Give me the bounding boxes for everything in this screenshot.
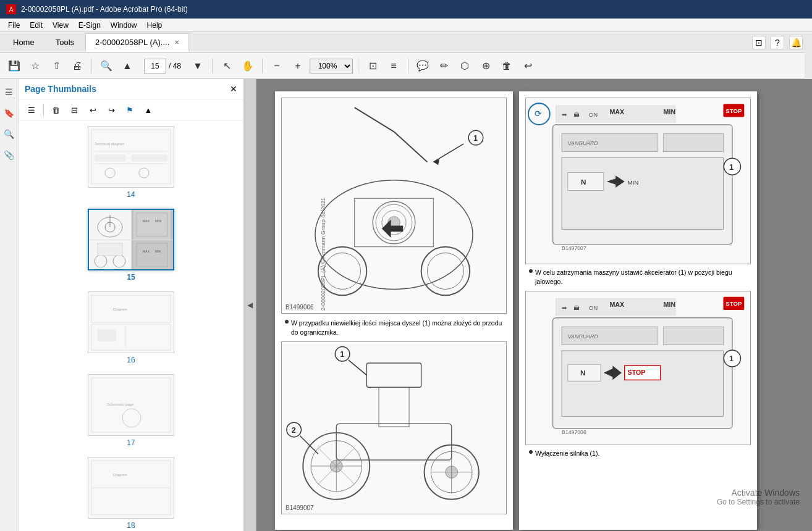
thumbnail-page-14[interactable]: Technical diagram 14 (23, 126, 239, 199)
svg-rect-114 (664, 327, 724, 345)
pdf-page-right: ⟳ ➡ 🏔 ON STOP MAX MIN (519, 91, 757, 530)
sep3 (262, 59, 263, 73)
svg-rect-94 (562, 157, 723, 229)
svg-text:STOP: STOP (725, 107, 742, 114)
pen-btn[interactable]: ✏ (434, 57, 453, 75)
zoom-in-btn[interactable]: + (289, 57, 307, 75)
thumb-cell-bl (89, 240, 131, 270)
svg-rect-5 (95, 154, 125, 162)
sidebar-mountain-btn[interactable]: ▲ (140, 102, 156, 118)
monitor-icon[interactable]: ⊡ (752, 36, 766, 49)
share-button[interactable]: ⇧ (47, 57, 66, 75)
bell-icon[interactable]: 🔔 (789, 36, 803, 49)
svg-text:➡: ➡ (562, 111, 567, 118)
sidebar-delete-btn[interactable]: 🗑 (48, 102, 64, 118)
text-content-r2: Wyłączenie silnika (1). (535, 449, 599, 458)
bookmark-panel-icon[interactable]: 🔖 (2, 106, 16, 120)
svg-text:1: 1 (729, 163, 734, 172)
svg-rect-115 (562, 351, 723, 416)
thumb-cell-tl (89, 210, 131, 240)
hand-tool[interactable]: ✋ (239, 57, 257, 75)
svg-text:STOP: STOP (725, 301, 742, 307)
print-button[interactable]: 🖨 (68, 57, 87, 75)
scroll-btn[interactable]: ≡ (384, 57, 403, 75)
svg-text:MIN: MIN (155, 249, 161, 253)
save-button[interactable]: 💾 (5, 57, 23, 75)
text-block-right-1: W celu zatrzymania maszyny ustawić akcel… (529, 268, 747, 286)
window-title: 2-00002058PL (A).pdf - Adobe Acrobat Pro… (21, 5, 188, 14)
thumbnail-img-15: MAX MIN (88, 209, 174, 270)
zoom-out-button[interactable]: 🔍 (97, 57, 116, 75)
cursor-tool[interactable]: ↖ (218, 57, 236, 75)
prev-page-button[interactable]: ▲ (118, 57, 137, 75)
top-diagram-box: 1 B1499006 (281, 98, 507, 314)
bullet-dot-1 (285, 320, 289, 324)
thumb-label-14: 14 (127, 190, 135, 199)
search-panel-icon[interactable]: 🔍 (2, 127, 16, 141)
sidebar-shrink-btn[interactable]: ⊟ (66, 102, 82, 118)
paperclip-icon[interactable]: 📎 (2, 148, 16, 162)
text-content-r1: W celu zatrzymania maszyny ustawić akcel… (535, 268, 747, 286)
sidebar-undo-btn[interactable]: ↩ (85, 102, 101, 118)
svg-text:VANGUARD: VANGUARD (568, 333, 598, 340)
menu-help[interactable]: Help (142, 20, 167, 31)
svg-rect-93 (664, 134, 724, 152)
svg-text:B1497007: B1497007 (562, 245, 586, 251)
svg-rect-13 (133, 210, 171, 240)
zoom-select[interactable]: 100% 75% 125% 150% 200% (310, 59, 353, 73)
sidebar-close-icon[interactable]: ✕ (230, 84, 237, 94)
highlight-btn[interactable]: ⬡ (455, 57, 474, 75)
svg-text:Technical diagram: Technical diagram (95, 142, 124, 146)
sidebar-toolbar: ☰ 🗑 ⊟ ↩ ↪ ⚑ ▲ (19, 99, 243, 121)
svg-text:ON: ON (589, 304, 598, 311)
page-nav: / 48 (144, 59, 181, 73)
title-bar: A 2-00002058PL (A).pdf - Adobe Acrobat P… (0, 0, 812, 19)
svg-text:⟳: ⟳ (535, 109, 542, 119)
sidebar-flag-btn[interactable]: ⚑ (122, 102, 138, 118)
page-number-input[interactable] (144, 59, 166, 73)
panel-collapse-arrow[interactable]: ◀ (244, 79, 256, 531)
svg-text:🏔: 🏔 (573, 111, 580, 118)
bullet-dot-r2 (529, 450, 533, 454)
diagram-label-b1499007: B1499007 (285, 504, 314, 511)
menu-edit[interactable]: Edit (25, 20, 48, 31)
left-icons-panel: ☰ 🔖 🔍 📎 (0, 79, 19, 531)
sidebar-menu-btn[interactable]: ☰ (23, 102, 40, 118)
undo-btn[interactable]: ↩ (518, 57, 537, 75)
panel-toggle-icon[interactable]: ☰ (2, 85, 16, 99)
comment-btn[interactable]: 💬 (413, 57, 432, 75)
svg-text:MAX: MAX (610, 108, 625, 115)
thumbnail-img-18: Diagram (88, 457, 174, 519)
stamp-btn[interactable]: ⊕ (476, 57, 495, 75)
tab-home[interactable]: Home (3, 33, 44, 52)
menu-window[interactable]: Window (106, 20, 142, 31)
zoom-out-btn2[interactable]: − (268, 57, 286, 75)
fit-page-btn[interactable]: ⊡ (363, 57, 382, 75)
tab-tools[interactable]: Tools (46, 33, 84, 52)
text-block-right-2: Wyłączenie silnika (1). (529, 449, 747, 458)
menu-esign[interactable]: E-Sign (74, 20, 106, 31)
sep5 (408, 59, 408, 73)
sidebar-redo-btn[interactable]: ↪ (103, 102, 119, 118)
tab-close-icon[interactable]: ✕ (174, 39, 179, 46)
thumb-label-15: 15 (127, 273, 135, 282)
thumbnail-page-17[interactable]: Schematic page 17 (23, 374, 239, 447)
side-label: 2-00002058PL (A) © Ammann Group 08/2021 (320, 198, 326, 311)
thumb-label-17: 17 (127, 438, 135, 447)
question-icon[interactable]: ? (771, 36, 784, 49)
menu-file[interactable]: File (3, 20, 25, 31)
svg-text:Schematic page: Schematic page (107, 403, 134, 406)
thumbnail-page-15[interactable]: MAX MIN (23, 209, 239, 282)
svg-text:🏔: 🏔 (573, 304, 580, 311)
svg-text:ON: ON (589, 111, 598, 118)
bookmark-button[interactable]: ☆ (26, 57, 44, 75)
delete-btn[interactable]: 🗑 (497, 57, 516, 75)
svg-text:N: N (580, 369, 585, 377)
thumbnail-page-16[interactable]: Diagram 16 (23, 291, 239, 364)
menu-bar: File Edit View E-Sign Window Help (0, 19, 812, 32)
tab-document[interactable]: 2-00002058PL (A).... ✕ (85, 33, 189, 52)
menu-view[interactable]: View (48, 20, 74, 31)
sidebar-title: Page Thumbnails (25, 84, 96, 94)
thumbnail-page-18[interactable]: Diagram 18 (23, 457, 239, 530)
next-page-button[interactable]: ▼ (188, 57, 207, 75)
